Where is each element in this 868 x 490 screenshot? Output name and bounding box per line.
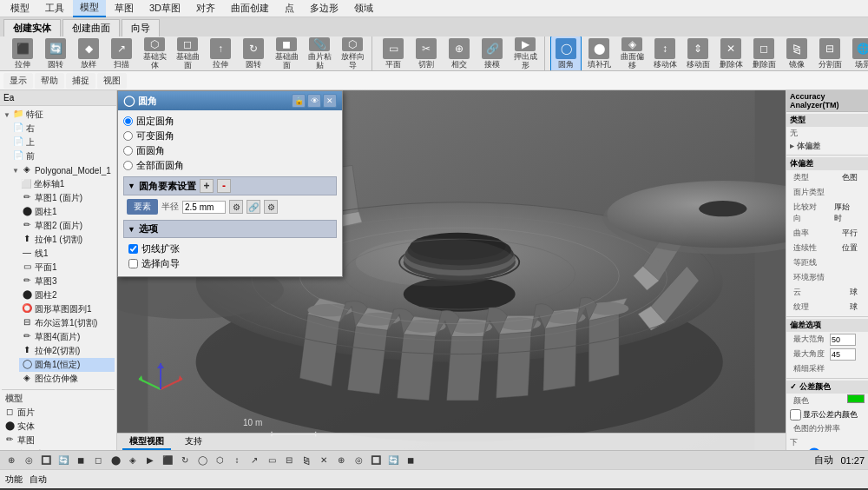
fillet-radio-allface[interactable] [123, 161, 133, 170]
bt-btn-4[interactable]: 🔄 [56, 453, 71, 468]
fillet-option-face[interactable]: 面圆角 [123, 143, 337, 158]
tree-item-cylinder1[interactable]: ⬤ 圆柱1 [19, 205, 115, 219]
fillet-radio-face[interactable] [123, 146, 133, 156]
sec-btn-help[interactable]: 帮助 [35, 73, 64, 89]
tb-btn-form[interactable]: ▶押出成形 [510, 36, 541, 70]
fillet-cb-guide[interactable]: 选择向导 [128, 256, 332, 271]
tb-btn-放样[interactable]: ◆放样 [73, 36, 104, 70]
tb-btn-cut[interactable]: ✂切割 [411, 36, 442, 70]
rp-color-box[interactable] [847, 394, 865, 403]
tb-btn-sweep[interactable]: ↗扫描 [106, 36, 137, 70]
toolbar-tab-create-surface[interactable]: 创建曲面 [62, 19, 120, 36]
tree-item-sketch1[interactable]: ✏ 草图1 (面片) [19, 191, 115, 205]
bt-btn-11[interactable]: ↻ [177, 453, 193, 468]
bt-btn-9[interactable]: ▶ [142, 453, 158, 468]
tree-item-fillet[interactable]: ◯ 圆角1(恒定) [19, 358, 115, 372]
tb-btn-delete-face[interactable]: ◻删除面 [748, 36, 779, 70]
toolbar-tab-create-solid[interactable]: 创建实体 [3, 19, 61, 36]
menu-sketch[interactable]: 草图 [108, 0, 141, 17]
sec-btn-display[interactable]: 显示 [3, 73, 33, 89]
tree-item-circle-array[interactable]: ⭕ 圆形草图圆列1 [19, 302, 115, 316]
fillet-checkbox-guide[interactable] [128, 259, 138, 268]
menu-tools[interactable]: 工具 [38, 0, 71, 17]
fillet-checkbox-tangent[interactable] [128, 244, 138, 254]
rp-show-tolerance-cb[interactable]: 显示公差内颜色 [786, 408, 868, 421]
vp-tab-model[interactable]: 模型视图 [122, 434, 171, 450]
vp-tab-support[interactable]: 支持 [178, 434, 209, 450]
sidebar-content[interactable]: ▼ 📁 特征 📄 右 📄 上 📄 前 ▼ ◈ Polygonal_Model_1 [0, 106, 116, 450]
tb-btn-scene[interactable]: 🌐场景 [847, 36, 868, 70]
fillet-radio-fixed[interactable] [123, 116, 133, 126]
fillet-elements-header[interactable]: ▼ 圆角要素设置 + - [123, 176, 337, 195]
tree-item-sketch4[interactable]: ✏ 草图4(面片) [19, 330, 115, 344]
bt-btn-3[interactable]: 🔲 [38, 453, 54, 468]
tree-item-plane1[interactable]: ▭ 平面1 [19, 261, 115, 275]
tb-btn-plane[interactable]: ▭平面 [378, 36, 409, 70]
model-item-refline[interactable]: — 参路线 [2, 447, 115, 450]
bt-btn-19[interactable]: ✕ [316, 453, 332, 468]
tb-btn-split-face[interactable]: ⊟分割面 [814, 36, 845, 70]
fillet-gear-settings[interactable]: ⚙ [229, 200, 243, 214]
fillet-radius-input[interactable] [182, 201, 226, 214]
tb-btn-basic-solid[interactable]: ⬡基础实体 [139, 36, 170, 70]
tb-btn-model-connect[interactable]: 🔗接模 [477, 36, 508, 70]
bt-btn-18[interactable]: ⧎ [299, 453, 314, 468]
fillet-option-allface[interactable]: 全部面圆角 [123, 158, 337, 173]
fillet-lock-btn[interactable]: 🔒 [292, 94, 306, 108]
tree-item-extrude2[interactable]: ⬆ 拉伸2(切割) [19, 344, 115, 358]
bt-btn-8[interactable]: ◈ [125, 453, 141, 468]
bt-btn-24[interactable]: ◼ [403, 453, 418, 468]
tb-btn-paste[interactable]: 📎曲片粘贴 [304, 36, 335, 70]
menu-model1[interactable]: 模型 [3, 0, 36, 17]
rp-input-maxangle[interactable] [830, 348, 856, 361]
fillet-add-element[interactable]: + [200, 179, 214, 193]
menu-model2[interactable]: 模型 [73, 0, 106, 17]
fillet-link-btn[interactable]: 🔗 [247, 200, 260, 214]
tree-item-last[interactable]: ◈ 图位仿伸像 [19, 372, 115, 386]
bt-btn-14[interactable]: ↕ [229, 453, 245, 468]
toolbar-tab-guide[interactable]: 向导 [122, 19, 160, 36]
tb-btn-basic-surface[interactable]: ◻基础曲面 [172, 36, 203, 70]
tb-btn-surface-offset[interactable]: ◈曲面偏移 [616, 36, 648, 70]
fillet-option-fixed[interactable]: 固定圆角 [123, 114, 337, 129]
fillet-titlebar[interactable]: ◯ 圆角 🔒 👁 ✕ [118, 91, 342, 110]
bt-btn-23[interactable]: 🔄 [385, 453, 401, 468]
bt-btn-21[interactable]: ◎ [351, 453, 366, 468]
bt-btn-12[interactable]: ◯ [194, 453, 210, 468]
bt-btn-5[interactable]: ◼ [73, 453, 89, 468]
tb-btn-intersect[interactable]: ⊕相交 [444, 36, 475, 70]
tb-btn-extrude[interactable]: ⬛拉伸 [7, 36, 38, 70]
bt-btn-20[interactable]: ⊕ [333, 453, 349, 468]
bt-btn-7[interactable]: ⬤ [108, 453, 123, 468]
tree-item-features[interactable]: ▼ 📁 特征 [2, 108, 115, 122]
menu-3dsketch[interactable]: 3D草图 [142, 0, 187, 17]
tb-btn-fill-hole[interactable]: ⬤填补孔 [583, 36, 615, 70]
bt-btn-10[interactable]: ⬛ [160, 453, 175, 468]
tree-item-cylinder2[interactable]: ⬤ 圆柱2 [19, 288, 115, 302]
bt-btn-1[interactable]: ⊕ [3, 453, 19, 468]
tb-btn-loft-guide[interactable]: ⬡放样向导 [337, 36, 368, 70]
model-item-solid[interactable]: ⬤ 实体 [2, 420, 115, 434]
bt-btn-16[interactable]: ▭ [264, 453, 279, 468]
menu-point[interactable]: 点 [278, 0, 301, 17]
tb-btn-revolve[interactable]: 🔄圆转 [40, 36, 71, 70]
tree-item-front[interactable]: 📄 前 [10, 149, 115, 163]
tree-item-sketch3[interactable]: ✏ 草图3 [19, 275, 115, 288]
tree-item-right[interactable]: 📄 右 [10, 122, 115, 136]
tb-btn-revolve2[interactable]: ↻圆转 [238, 36, 269, 70]
fillet-options-header[interactable]: ▼ 选项 [123, 220, 337, 238]
fillet-delete-element[interactable]: - [217, 179, 231, 193]
tb-btn-delete-solid[interactable]: ✕删除体 [715, 36, 746, 70]
tree-item-boolean[interactable]: ⊟ 布尔运算1(切割) [19, 316, 115, 330]
bt-btn-22[interactable]: 🔲 [368, 453, 384, 468]
bt-btn-6[interactable]: ◻ [90, 453, 106, 468]
model-item-face[interactable]: ◻ 面片 [2, 406, 115, 420]
tree-item-line1[interactable]: — 线1 [19, 247, 115, 261]
center-viewport[interactable]: 10 m 模型视图 支持 ◯ 圆角 🔒 👁 ✕ [117, 90, 786, 450]
bt-btn-2[interactable]: ◎ [21, 453, 36, 468]
rp-input-maxarea[interactable] [830, 334, 856, 346]
menu-align[interactable]: 对齐 [189, 0, 222, 17]
tree-item-extrude1[interactable]: ⬆ 拉伸1 (切割) [19, 233, 115, 247]
rp-type-body[interactable]: ▸ 体偏差 [786, 140, 868, 153]
sec-btn-snap[interactable]: 捕捉 [66, 73, 95, 89]
